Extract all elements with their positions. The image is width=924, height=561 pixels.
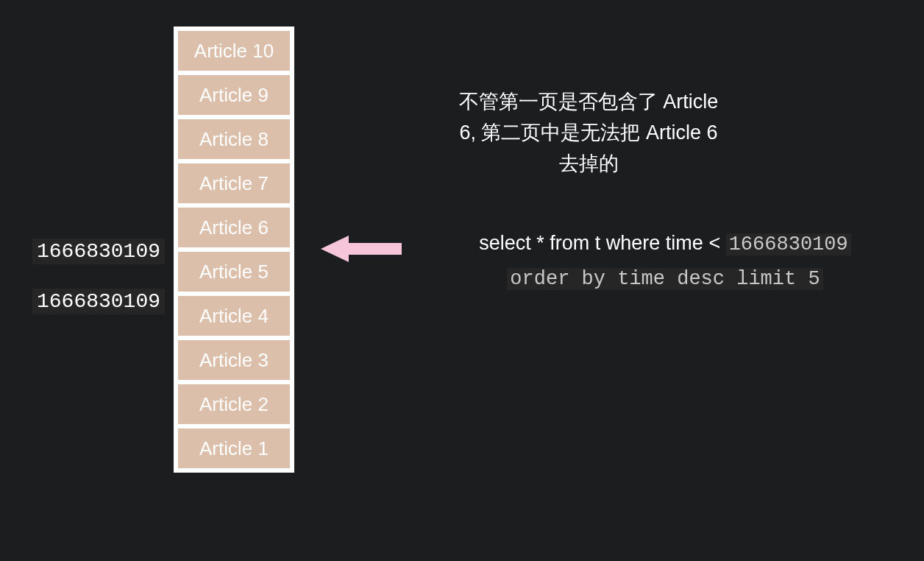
explanation-text: 不管第一页是否包含了 Article 6, 第二页中是无法把 Article 6… — [427, 87, 750, 180]
sql-timestamp: 1666830109 — [726, 233, 851, 255]
sql-prefix: select * from t where time < — [479, 232, 720, 254]
explanation-line: 6, 第二页中是无法把 Article 6 — [459, 121, 717, 144]
sql-suffix: order by time desc limit 5 — [507, 268, 822, 290]
article-item: Article 3 — [178, 340, 290, 380]
article-item: Article 8 — [178, 119, 290, 159]
svg-rect-1 — [346, 243, 402, 255]
article-item: Article 10 — [178, 31, 290, 71]
article-item: Article 9 — [178, 75, 290, 115]
article-list: Article 10 Article 9 Article 8 Article 7… — [174, 27, 294, 473]
explanation-line: 去掉的 — [559, 152, 619, 174]
timestamp-label-1: 1666830109 — [32, 239, 165, 264]
svg-marker-0 — [321, 236, 349, 262]
article-item: Article 5 — [178, 252, 290, 292]
timestamp-label-2: 1666830109 — [32, 289, 165, 314]
article-item: Article 6 — [178, 208, 290, 247]
article-item: Article 2 — [178, 384, 290, 424]
article-item: Article 7 — [178, 163, 290, 203]
explanation-line: 不管第一页是否包含了 Article — [459, 91, 719, 113]
arrow-left-icon — [321, 234, 402, 264]
article-item: Article 1 — [178, 428, 290, 468]
article-item: Article 4 — [178, 296, 290, 336]
sql-query-text: select * from t where time < 1666830109 … — [437, 228, 893, 294]
